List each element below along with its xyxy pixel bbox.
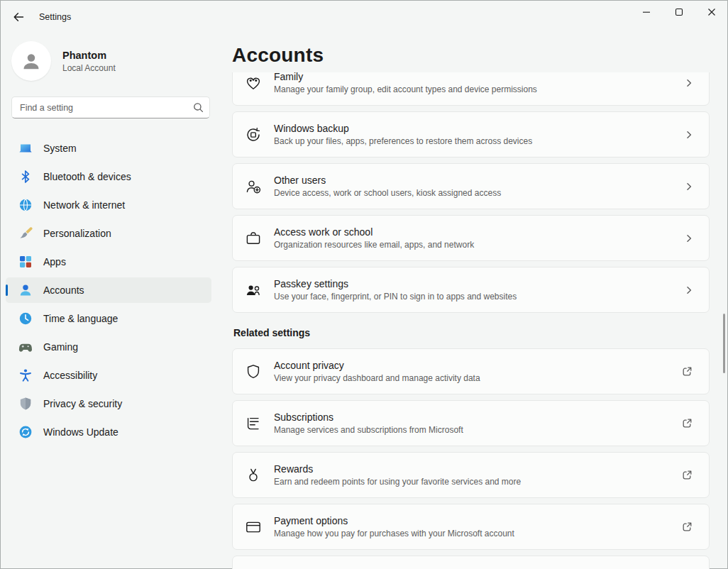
globe-icon [18, 198, 33, 212]
card-title: Rewards [274, 463, 521, 475]
settings-card-list: Family Manage your family group, edit ac… [232, 72, 710, 569]
card-text: Payment options Manage how you pay for p… [274, 515, 514, 538]
clock-icon [18, 311, 33, 326]
settings-card-subscriptions[interactable]: Subscriptions Manage services and subscr… [232, 400, 710, 446]
sidebar-item-label: System [43, 143, 77, 154]
sidebar-item-time-language[interactable]: Time & language [6, 306, 211, 331]
briefcase-icon [244, 230, 263, 247]
card-description: Manage your family group, edit account t… [274, 84, 537, 94]
card-text: Rewards Earn and redeem points for using… [274, 463, 521, 487]
card-title: Payment options [274, 515, 514, 526]
chevron-right-icon [685, 234, 693, 243]
back-button[interactable] [7, 6, 30, 28]
settings-card-rewards[interactable]: Rewards Earn and redeem points for using… [232, 452, 710, 498]
sidebar-item-personalization[interactable]: Personalization [6, 221, 211, 246]
card-title: Subscriptions [274, 411, 463, 423]
card-description: Use your face, fingerprint, or PIN to si… [274, 292, 517, 302]
card-description: Device access, work or school users, kio… [274, 188, 501, 198]
caption-buttons [630, 0, 728, 24]
sidebar-item-windows-update[interactable]: Windows Update [6, 419, 211, 445]
sidebar-item-network-internet[interactable]: Network & internet [6, 192, 211, 218]
card-text: Passkey settings Use your face, fingerpr… [274, 278, 517, 302]
external-link-icon [681, 365, 693, 377]
sidebar-item-system[interactable]: System [6, 136, 211, 161]
settings-card-family[interactable]: Family Manage your family group, edit ac… [232, 72, 710, 106]
card-description: Manage services and subscriptions from M… [274, 425, 463, 435]
card-text: Other users Device access, work or schoo… [274, 175, 501, 198]
subscriptions-list-icon [244, 415, 263, 432]
sidebar-item-label: Apps [43, 256, 66, 267]
card-description: Organization resources like email, apps,… [274, 240, 474, 250]
scrollbar-thumb[interactable] [723, 314, 725, 373]
sidebar-item-label: Accounts [43, 284, 84, 296]
page-title: Accounts [232, 44, 710, 67]
user-account-type: Local Account [62, 63, 116, 73]
settings-window: { "window": { "title": "Settings" }, "si… [0, 0, 728, 569]
card-title: Account privacy [274, 360, 480, 371]
sidebar-item-label: Windows Update [43, 426, 118, 438]
person-add-icon [244, 178, 263, 195]
close-button[interactable] [695, 0, 728, 24]
card-title: Family [274, 72, 537, 82]
sidebar-item-bluetooth-devices[interactable]: Bluetooth & devices [6, 164, 211, 189]
sidebar-nav: System Bluetooth & devices Network & int… [6, 136, 211, 445]
chevron-right-icon [685, 286, 693, 294]
card-title: Windows backup [274, 123, 532, 134]
settings-card-windows-backup[interactable]: Windows backup Back up your files, apps,… [232, 111, 710, 158]
close-icon [707, 8, 716, 16]
minimize-icon [642, 8, 651, 16]
sidebar-item-label: Bluetooth & devices [43, 171, 131, 182]
minimize-button[interactable] [630, 0, 663, 24]
external-link-icon [681, 417, 693, 429]
card-title: Other users [274, 175, 501, 186]
brush-icon [18, 226, 33, 241]
sidebar-item-privacy-security[interactable]: Privacy & security [6, 391, 211, 416]
maximize-button[interactable] [663, 0, 695, 24]
avatar [11, 41, 51, 81]
chevron-right-icon [685, 131, 693, 139]
chevron-right-icon [685, 79, 693, 87]
card-title: Passkey settings [274, 278, 517, 289]
rewards-medal-icon [244, 467, 263, 484]
card-text: Windows backup Back up your files, apps,… [274, 123, 532, 146]
related-settings-header: Related settings [233, 327, 710, 338]
card-description: Earn and redeem points for using your fa… [274, 477, 521, 487]
card-description: Manage how you pay for purchases with yo… [274, 529, 514, 538]
backup-sync-icon [244, 126, 263, 143]
sidebar-item-label: Gaming [43, 341, 78, 353]
update-arrows-icon [18, 425, 33, 439]
people-passkey-icon [244, 282, 263, 299]
titlebar: Settings [0, 0, 728, 34]
sidebar-item-apps[interactable]: Apps [6, 249, 211, 275]
family-heart-icon [244, 74, 263, 92]
person-icon [18, 283, 33, 297]
shield-icon [18, 397, 33, 411]
sidebar-item-label: Privacy & security [43, 398, 122, 409]
settings-card-access-work-school[interactable]: Access work or school Organization resou… [232, 215, 710, 261]
accessibility-person-icon [18, 368, 33, 382]
user-text: Phantom Local Account [62, 50, 116, 73]
settings-card-passkey[interactable]: Passkey settings Use your face, fingerpr… [232, 267, 710, 313]
sidebar-item-accounts[interactable]: Accounts [6, 277, 211, 303]
back-arrow-icon [13, 11, 24, 23]
settings-card-payment-options[interactable]: Payment options Manage how you pay for p… [232, 504, 710, 550]
card-text: Account privacy View your privacy dashbo… [274, 360, 480, 383]
search-icon[interactable] [193, 102, 204, 113]
external-link-icon [681, 521, 693, 533]
sidebar-item-label: Network & internet [43, 199, 125, 211]
sidebar-item-accessibility[interactable]: Accessibility [6, 363, 211, 388]
sidebar-item-label: Accessibility [43, 370, 97, 381]
user-name: Phantom [62, 50, 116, 61]
sidebar-item-label: Time & language [43, 313, 118, 324]
card-text: Subscriptions Manage services and subscr… [274, 411, 463, 435]
user-account-block[interactable]: Phantom Local Account [11, 41, 211, 81]
credit-card-icon [244, 519, 263, 536]
chevron-right-icon [685, 182, 693, 191]
search-input[interactable] [11, 96, 210, 118]
settings-card-other-users[interactable]: Other users Device access, work or schoo… [232, 163, 710, 209]
external-link-icon [681, 469, 693, 481]
settings-card-account-privacy[interactable]: Account privacy View your privacy dashbo… [232, 348, 710, 394]
card-description: Back up your files, apps, preferences to… [274, 136, 532, 146]
settings-card-partial[interactable] [232, 556, 710, 569]
sidebar-item-gaming[interactable]: Gaming [6, 334, 211, 360]
